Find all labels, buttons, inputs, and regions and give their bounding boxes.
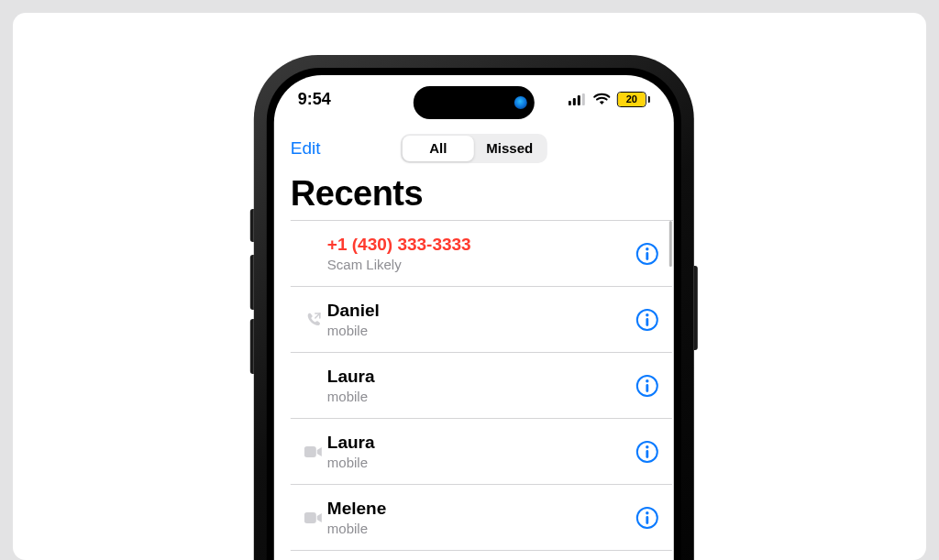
edit-button[interactable]: Edit (291, 138, 321, 159)
svg-rect-2 (578, 95, 580, 105)
svg-point-11 (646, 379, 648, 382)
call-row[interactable]: Laura mobile (291, 419, 672, 485)
call-name: Laura (327, 433, 628, 453)
segmented-control[interactable]: All Missed (401, 134, 547, 163)
recents-list[interactable]: +1 (430) 333-3333 Scam Likely Daniel mob… (274, 221, 674, 560)
outgoing-call-icon (302, 312, 326, 328)
call-sub: mobile (327, 389, 628, 405)
camera-indicator-icon (514, 96, 527, 109)
scroll-indicator[interactable] (669, 221, 672, 267)
nav-bar: Edit All Missed (274, 130, 674, 167)
svg-point-8 (646, 313, 648, 316)
call-row[interactable]: Melene mobile (291, 485, 672, 551)
cellular-icon (569, 93, 587, 105)
info-button[interactable] (635, 374, 659, 398)
battery-indicator: 20 (617, 92, 650, 107)
call-name: Melene (327, 499, 628, 519)
info-button[interactable] (635, 308, 659, 332)
info-button[interactable] (635, 506, 659, 530)
image-card: 9:54 (13, 13, 926, 560)
call-name: Laura (327, 367, 628, 387)
svg-rect-0 (569, 101, 571, 105)
call-sub: mobile (327, 521, 628, 537)
call-row[interactable]: +1 (430) 333-3333 Scam Likely (291, 221, 672, 287)
svg-point-15 (646, 445, 648, 448)
svg-rect-13 (304, 446, 316, 457)
power-button (694, 266, 698, 350)
battery-level-text: 20 (618, 93, 646, 106)
svg-rect-6 (646, 252, 648, 260)
video-call-icon (302, 445, 326, 458)
svg-rect-9 (646, 318, 648, 326)
svg-rect-20 (646, 516, 648, 524)
call-row[interactable]: Daniel mobile (291, 287, 672, 353)
dynamic-island (414, 86, 535, 119)
video-call-icon (302, 511, 326, 524)
status-time: 9:54 (298, 90, 331, 109)
svg-rect-1 (573, 98, 576, 105)
page-title: Recents (291, 174, 423, 214)
svg-point-5 (646, 247, 648, 250)
phone-screen: 9:54 (274, 75, 674, 560)
call-row[interactable]: Laura mobile (291, 353, 672, 419)
call-name: Daniel (327, 301, 628, 321)
segment-all[interactable]: All (403, 136, 474, 161)
info-button[interactable] (635, 242, 659, 266)
call-sub: mobile (327, 323, 628, 339)
call-sub: mobile (327, 455, 628, 471)
phone-frame: 9:54 (254, 55, 694, 560)
segment-missed[interactable]: Missed (474, 136, 546, 161)
svg-rect-3 (582, 93, 585, 105)
call-sub: Scam Likely (327, 257, 628, 273)
svg-point-19 (646, 511, 648, 514)
svg-rect-16 (646, 450, 648, 458)
svg-rect-17 (304, 512, 316, 523)
info-button[interactable] (635, 440, 659, 464)
svg-rect-12 (646, 384, 648, 392)
call-name: +1 (430) 333-3333 (327, 235, 628, 255)
wifi-icon (593, 93, 611, 105)
